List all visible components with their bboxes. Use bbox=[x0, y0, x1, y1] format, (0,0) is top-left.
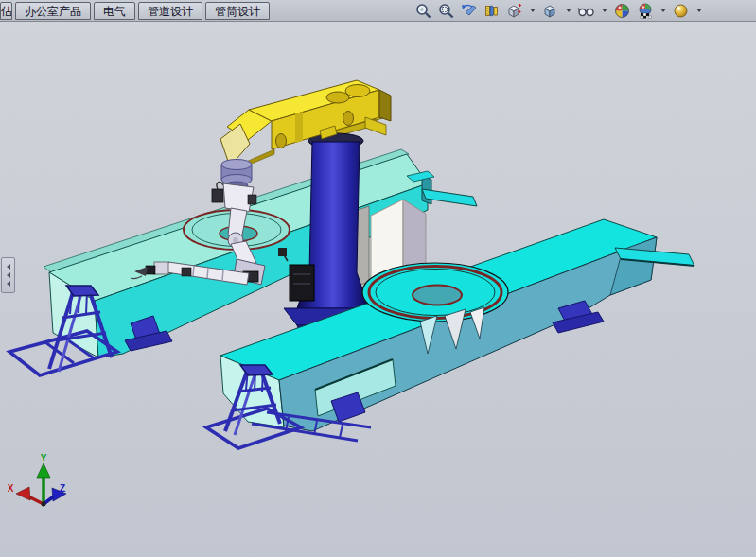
hide-show-items-dropdown[interactable] bbox=[600, 2, 608, 20]
view-orientation-icon[interactable] bbox=[505, 2, 523, 20]
view-settings-icon[interactable] bbox=[672, 2, 690, 20]
section-view-icon[interactable] bbox=[483, 2, 501, 20]
tab-office-products[interactable]: 办公室产品 bbox=[15, 2, 91, 20]
command-manager-bar: 估 办公室产品 电气 管道设计 管筒设计 bbox=[0, 0, 756, 22]
display-style-dropdown[interactable] bbox=[564, 2, 572, 20]
tab-electrical[interactable]: 电气 bbox=[94, 2, 135, 20]
apply-scene-dropdown[interactable] bbox=[659, 2, 667, 20]
view-settings-dropdown[interactable] bbox=[694, 2, 703, 20]
feature-tree-collapse-control[interactable] bbox=[1, 257, 15, 293]
right-beam-ring[interactable] bbox=[362, 263, 508, 322]
zoom-to-fit-icon[interactable] bbox=[414, 2, 432, 20]
chevron-left-icon bbox=[4, 281, 10, 287]
axis-y-label: Y bbox=[41, 453, 47, 463]
3d-viewport[interactable]: Y X Z bbox=[0, 21, 756, 557]
tab-piping-design[interactable]: 管道设计 bbox=[138, 2, 202, 20]
axis-x-label: X bbox=[8, 483, 14, 494]
display-style-icon[interactable] bbox=[541, 2, 559, 20]
zoom-to-area-icon[interactable] bbox=[437, 2, 455, 20]
hide-show-items-icon[interactable] bbox=[577, 2, 595, 20]
command-tabs: 估 办公室产品 电气 管道设计 管筒设计 bbox=[0, 1, 270, 20]
edit-appearance-icon[interactable] bbox=[613, 2, 631, 20]
tab-tubing-design[interactable]: 管筒设计 bbox=[205, 2, 270, 20]
axis-z-label: Z bbox=[60, 483, 65, 494]
tab-partial[interactable]: 估 bbox=[0, 2, 12, 20]
heads-up-view-toolbar bbox=[414, 1, 703, 20]
chevron-left-icon bbox=[4, 264, 10, 270]
apply-scene-icon[interactable] bbox=[636, 2, 654, 20]
previous-view-icon[interactable] bbox=[460, 2, 478, 20]
chevron-left-icon bbox=[4, 272, 10, 278]
view-orientation-dropdown[interactable] bbox=[528, 2, 536, 20]
